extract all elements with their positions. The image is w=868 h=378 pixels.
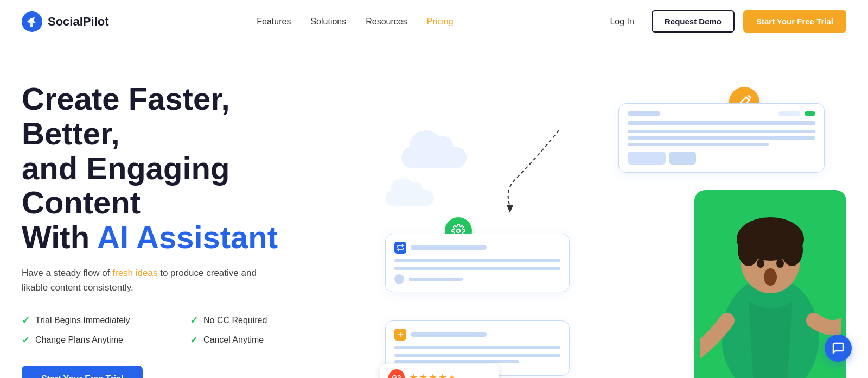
chat-icon: [832, 342, 845, 355]
person-background: [694, 190, 846, 378]
hero-section: Create Faster, Better, and Engaging Cont…: [0, 43, 868, 378]
chat-support-button[interactable]: [825, 335, 852, 362]
card-mid: [385, 234, 570, 292]
star-rating: ★★★★★: [409, 371, 456, 378]
check-icon-2: ✓: [190, 314, 198, 326]
svg-marker-3: [507, 205, 513, 213]
cloud-2: [385, 190, 434, 206]
svg-point-9: [738, 234, 760, 266]
card-top: [618, 103, 825, 173]
navbar: SocialPilot Features Solutions Resources…: [0, 0, 868, 43]
arrow-svg: [461, 114, 580, 223]
hero-subtitle: Have a steady flow of fresh ideas to pro…: [22, 266, 282, 295]
start-trial-button[interactable]: Start Your Free Trial: [743, 10, 846, 33]
request-demo-button[interactable]: Request Demo: [652, 10, 735, 33]
nav-links: Features Solutions Resources Pricing: [257, 17, 453, 27]
person-silhouette: [700, 196, 841, 378]
svg-point-10: [781, 234, 803, 266]
feature-item-3: ✓ Change Plans Anytime: [22, 334, 168, 346]
nav-features[interactable]: Features: [257, 17, 291, 26]
hero-cta-button[interactable]: Start Your Free Trial: [22, 366, 143, 378]
feature-list: ✓ Trial Begins Immediately ✓ No CC Requi…: [22, 314, 336, 346]
svg-point-13: [776, 259, 784, 268]
nav-solutions[interactable]: Solutions: [310, 17, 346, 26]
check-icon-1: ✓: [22, 314, 30, 326]
check-icon-3: ✓: [22, 334, 30, 346]
svg-point-11: [764, 268, 777, 286]
logo-text: SocialPilot: [48, 15, 108, 29]
nav-right: Log In Request Demo Start Your Free Tria…: [601, 10, 846, 33]
svg-point-2: [457, 229, 461, 233]
svg-line-1: [749, 96, 751, 98]
g2-badge: G2 ★★★★★: [380, 364, 499, 378]
feature-item-1: ✓ Trial Begins Immediately: [22, 314, 168, 326]
feature-item-4: ✓ Cancel Anytime: [190, 334, 336, 346]
logo[interactable]: SocialPilot: [22, 11, 108, 32]
svg-point-12: [757, 259, 764, 268]
nav-resources[interactable]: Resources: [366, 17, 407, 26]
hero-title-line3: With AI Assistant: [22, 219, 278, 255]
logo-icon: [22, 11, 42, 32]
check-icon-4: ✓: [190, 334, 198, 346]
nav-pricing[interactable]: Pricing: [427, 17, 454, 26]
hero-left: Create Faster, Better, and Engaging Cont…: [22, 71, 336, 378]
hero-illustration: G2 ★★★★★: [369, 71, 846, 378]
login-button[interactable]: Log In: [601, 12, 642, 31]
cloud-1: [401, 147, 467, 168]
feature-item-2: ✓ No CC Required: [190, 314, 336, 326]
hero-title: Create Faster, Better, and Engaging Cont…: [22, 81, 336, 255]
g2-logo: G2: [388, 369, 405, 378]
